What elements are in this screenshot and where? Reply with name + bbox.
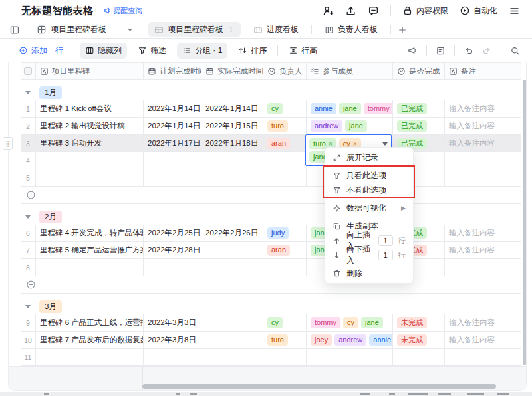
plan-date-cell[interactable]: 2022年3月3日	[144, 314, 201, 332]
table-selector[interactable]: 项目里程碑看板	[34, 24, 136, 35]
owner-tag[interactable]: cy	[267, 317, 283, 328]
actual-date-cell[interactable]: 2022年2月26日	[201, 225, 263, 242]
milestone-cell[interactable]	[35, 152, 144, 169]
owner-tag[interactable]: cy	[267, 103, 283, 114]
search-icon[interactable]	[510, 46, 520, 56]
column-header-6[interactable]: 是否完成	[393, 62, 445, 80]
note-cell[interactable]	[445, 259, 521, 276]
member-tag[interactable]: jane	[339, 103, 361, 114]
member-tag[interactable]: annie	[311, 103, 336, 114]
owner-cell[interactable]: cy	[263, 314, 307, 332]
hide-columns-button[interactable]: 隐藏列	[80, 43, 127, 59]
share-view-icon[interactable]	[407, 45, 418, 56]
member-tag[interactable]: jane	[361, 317, 383, 328]
note-cell[interactable]	[445, 349, 521, 366]
undo-icon[interactable]	[464, 46, 473, 56]
lock-icon[interactable]	[402, 5, 413, 16]
collapse-triangle-icon[interactable]	[25, 305, 31, 308]
remove-tag-icon[interactable]: ×	[329, 140, 332, 148]
milestone-cell[interactable]: 里程碑 6 产品正式上线，运营推广	[35, 314, 144, 332]
owner-cell[interactable]: aran	[263, 135, 307, 152]
members-cell[interactable]: andrewjane	[307, 118, 393, 135]
remove-tag-icon[interactable]: ×	[353, 140, 357, 148]
actual-date-cell[interactable]	[201, 242, 263, 259]
table-row-7[interactable]: 7里程碑 5 确定产品运营推广方案2022年2月28日aranjane未完成输入…	[21, 242, 521, 259]
row-height-button[interactable]: 行高	[283, 43, 323, 59]
member-tag[interactable]: cy	[343, 317, 358, 328]
plan-date-cell[interactable]: 2022年3月8日	[144, 332, 201, 349]
table-row-1[interactable]: 1里程碑 1 Kick off会议2022年1月14日2022年1月14日cya…	[21, 100, 521, 118]
column-header-7[interactable]: 备注	[445, 62, 521, 80]
row-drag-handle[interactable]: ⣿	[3, 137, 13, 150]
owner-tag[interactable]: turo	[267, 120, 288, 132]
reminder-button[interactable]: 提醒查阅	[103, 6, 143, 16]
group-collapse-cell[interactable]	[21, 209, 35, 225]
tab-progress-view[interactable]: 进度看板	[247, 22, 305, 37]
group-collapse-cell[interactable]	[21, 84, 35, 100]
status-tag[interactable]: 未完成	[397, 317, 427, 328]
owner-tag[interactable]: turo	[267, 334, 288, 346]
tab-owner-view[interactable]: 负责人看板	[319, 22, 384, 37]
collapse-triangle-icon[interactable]	[25, 215, 31, 219]
add-row-button[interactable]: 添加一行	[13, 43, 68, 59]
table-row-11[interactable]: 11	[21, 349, 521, 366]
group-add-row-button[interactable]	[21, 276, 521, 294]
owner-tag[interactable]: judy	[267, 227, 289, 239]
owner-tag[interactable]: aran	[267, 245, 290, 256]
plan-date-cell[interactable]: 2022年2月28日	[144, 242, 201, 259]
members-cell[interactable]: joeyandrewannie	[307, 332, 393, 349]
member-tag[interactable]: andrew	[311, 120, 342, 132]
actual-date-cell[interactable]: 2022年1月18日	[201, 135, 263, 152]
plan-date-cell[interactable]: 2022年2月25日	[144, 225, 201, 242]
note-cell[interactable]: 输入备注内容	[445, 100, 521, 118]
owner-cell[interactable]: judy	[263, 225, 307, 242]
status-cell[interactable]: 未完成	[393, 314, 445, 332]
note-cell[interactable]	[445, 152, 521, 169]
menu-item-visualize[interactable]: 数据可视化 ▶	[325, 201, 413, 215]
owner-cell[interactable]: turo	[263, 332, 307, 349]
insert-count-input[interactable]: 1	[378, 250, 393, 260]
note-cell[interactable]	[445, 169, 521, 187]
insert-count-input[interactable]: 1	[378, 235, 393, 246]
column-header-3[interactable]: 实际完成时间	[201, 62, 263, 80]
status-tag[interactable]: 已完成	[397, 103, 427, 114]
status-cell[interactable]	[393, 349, 445, 366]
members-cell[interactable]: tommycyjane	[307, 314, 393, 332]
owner-cell[interactable]: aran	[263, 242, 307, 259]
note-cell[interactable]: 输入备注内容	[445, 332, 521, 349]
plan-date-cell[interactable]	[144, 349, 201, 366]
table-row-9[interactable]: 9里程碑 6 产品正式上线，运营推广2022年3月3日cytommycyjane…	[21, 314, 521, 332]
horizontal-scrollbar[interactable]	[142, 384, 496, 389]
milestone-cell[interactable]	[35, 349, 144, 366]
owner-cell[interactable]	[263, 152, 307, 169]
plan-date-cell[interactable]: 2022年1月17日	[144, 135, 201, 152]
plan-date-cell[interactable]: 2022年1月14日	[144, 100, 201, 118]
owner-tag[interactable]: aran	[267, 138, 290, 149]
menu-item-delete[interactable]: 删除	[325, 266, 413, 280]
member-tag[interactable]: annie	[369, 334, 393, 346]
status-cell[interactable]: 未完成	[393, 332, 445, 349]
collapse-triangle-icon[interactable]	[25, 91, 31, 94]
actual-date-cell[interactable]: 2022年1月14日	[201, 100, 263, 118]
owner-cell[interactable]	[263, 169, 307, 187]
owner-cell[interactable]: turo	[263, 118, 307, 135]
milestone-cell[interactable]: 里程碑 5 确定产品运营推广方案	[35, 242, 144, 259]
menu-item-filter-only[interactable]: 只看此选项	[325, 168, 413, 183]
group-button[interactable]: 分组 · 1	[177, 43, 227, 59]
table-row-3[interactable]: 3里程碑 3 启动开发2022年1月17日2022年1月18日aran已完成输入…	[21, 135, 521, 152]
milestone-cell[interactable]: 里程碑 3 启动开发	[35, 135, 144, 152]
member-tag[interactable]: joey	[311, 334, 332, 346]
table-row-4[interactable]: 4	[21, 152, 521, 169]
table-row-6[interactable]: 6里程碑 4 开发完成，转产品体验2022年2月25日2022年2月26日jud…	[21, 225, 521, 242]
status-tag[interactable]: 已完成	[397, 120, 427, 132]
sort-button[interactable]: 排序	[233, 43, 272, 59]
vertical-scrollbar[interactable]	[523, 80, 526, 365]
menu-item-insert-below[interactable]: 向下插入 1 行	[325, 248, 413, 262]
note-cell[interactable]: 输入备注内容	[445, 135, 521, 152]
actual-date-cell[interactable]	[201, 259, 263, 276]
add-collaborator-icon[interactable]	[323, 5, 334, 17]
form-icon[interactable]	[436, 46, 446, 56]
table-row-2[interactable]: 2里程碑 2 输出视觉设计稿2022年1月14日2022年1月15日turoan…	[21, 118, 521, 135]
status-tag[interactable]: 未完成	[397, 334, 427, 346]
sidebar-toggle-icon[interactable]	[9, 25, 20, 35]
